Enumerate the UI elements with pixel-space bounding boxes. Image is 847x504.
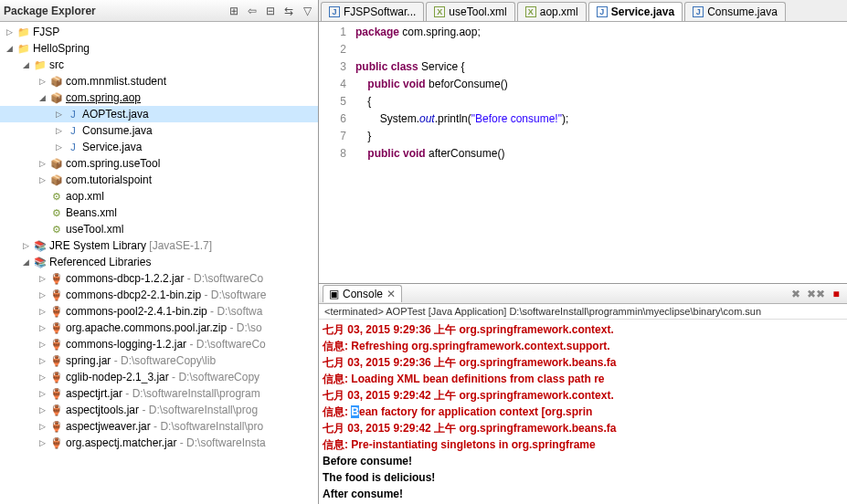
tree-item[interactable]: ▷🏺aspectjweaver.jar - D:\softwareInstall… (0, 418, 318, 435)
console-output[interactable]: 七月 03, 2015 9:29:36 上午 org.springframewo… (319, 320, 847, 504)
tree-item[interactable]: ▷🏺commons-dbcp2-2.1-bin.zip - D:\softwar… (0, 287, 318, 303)
tree-item[interactable]: ▷JAOPTest.java (0, 106, 318, 122)
code-line[interactable]: public void afterConsume() (355, 147, 847, 164)
java-icon: J (66, 107, 80, 121)
twisty-icon[interactable]: ▷ (37, 307, 48, 316)
tree-item[interactable]: ⚙useTool.xml (0, 221, 318, 237)
console-line: 七月 03, 2015 9:29:42 上午 org.springframewo… (323, 420, 843, 436)
code-line[interactable]: public class Service { (355, 60, 847, 78)
tree-item[interactable]: ▷🏺aspectjtools.jar - D:\softwareInstall\… (0, 402, 318, 418)
filetype-icon: J (693, 6, 704, 17)
tab-label: Service.java (611, 5, 674, 18)
jar-icon: 🏺 (49, 386, 64, 401)
twisty-icon[interactable]: ▷ (37, 405, 48, 415)
code-area[interactable]: package com.spring.aop;public class Serv… (355, 26, 847, 283)
twisty-icon[interactable]: ◢ (20, 257, 31, 267)
tree-item[interactable]: ◢📚Referenced Libraries (0, 254, 318, 270)
tree-label: aspectjtools.jar - D:\softwareInstall\pr… (66, 404, 258, 416)
view-menu-icon[interactable]: ▽ (300, 4, 314, 18)
twisty-icon[interactable]: ▷ (37, 274, 48, 283)
remove-all-icon[interactable]: ✖✖ (809, 287, 823, 301)
tree-item[interactable]: ◢📁HelloSpring (0, 40, 318, 57)
tree-item[interactable]: ⚙aop.xml (0, 188, 318, 205)
twisty-icon[interactable]: ▷ (53, 110, 64, 119)
twisty-icon[interactable]: ▷ (37, 77, 48, 86)
tree-item[interactable]: ▷🏺commons-logging-1.2.jar - D:\softwareC… (0, 336, 318, 352)
twisty-icon[interactable]: ▷ (37, 175, 48, 184)
tree-label: useTool.xml (66, 223, 123, 236)
twisty-icon[interactable]: ◢ (20, 60, 31, 69)
tab-label: FJSPSoftwar... (344, 5, 416, 18)
back-icon[interactable]: ⇦ (245, 4, 259, 18)
terminate-icon[interactable]: ■ (829, 287, 843, 301)
console-header: ▣ Console ✕ ✖ ✖✖ ■ (319, 284, 847, 304)
twisty-icon[interactable]: ◢ (4, 44, 15, 53)
line-gutter: 12345678 (319, 26, 355, 283)
editor-tab[interactable]: Xaop.xml (517, 2, 587, 21)
line-number: 8 (319, 147, 346, 164)
twisty-icon[interactable]: ▷ (37, 159, 48, 168)
link-editor-icon[interactable]: ⇆ (281, 4, 296, 18)
twisty-icon[interactable]: ▷ (37, 389, 48, 398)
package-explorer-tree[interactable]: ▷📁FJSP◢📁HelloSpring◢📁src▷📦com.mnmlist.st… (0, 22, 318, 504)
close-icon[interactable]: ✕ (386, 288, 396, 300)
tree-item[interactable]: ▷📦com.tutorialspoint (0, 172, 318, 188)
tree-item[interactable]: ▷🏺spring.jar - D:\softwareCopy\lib (0, 352, 318, 369)
tree-item[interactable]: ▷🏺org.aspectj.matcher.jar - D:\softwareI… (0, 435, 318, 451)
twisty-icon[interactable]: ▷ (53, 126, 64, 135)
code-line[interactable]: System.out.println("Before consume!"); (355, 112, 847, 130)
tree-item[interactable]: ▷📦com.spring.useTool (0, 155, 318, 172)
twisty-icon[interactable]: ▷ (4, 27, 15, 37)
code-editor[interactable]: 12345678 package com.spring.aop;public c… (319, 22, 847, 283)
tree-label: Beans.xml (66, 206, 117, 219)
tree-label: Referenced Libraries (49, 256, 151, 268)
twisty-icon[interactable]: ▷ (37, 422, 48, 431)
tree-item[interactable]: ◢📦com.spring.aop (0, 89, 318, 106)
twisty-icon[interactable]: ◢ (37, 93, 48, 102)
tree-item[interactable]: ▷📦com.mnmlist.student (0, 73, 318, 89)
code-line[interactable]: } (355, 130, 847, 147)
focus-icon[interactable]: ⊞ (227, 4, 241, 18)
tree-item[interactable]: ▷JService.java (0, 139, 318, 155)
line-number: 3 (319, 60, 346, 78)
twisty-icon[interactable]: ▷ (37, 356, 48, 365)
code-line[interactable]: package com.spring.aop; (355, 26, 847, 43)
tree-item[interactable]: ▷🏺cglib-nodep-2.1_3.jar - D:\softwareCop… (0, 369, 318, 385)
twisty-icon[interactable]: ▷ (53, 142, 64, 152)
tree-label: AOPTest.java (82, 108, 149, 121)
twisty-icon[interactable]: ▷ (37, 323, 48, 332)
tree-label: Consume.java (82, 124, 153, 137)
tree-item[interactable]: ▷🏺aspectjrt.jar - D:\softwareInstall\pro… (0, 385, 318, 402)
tree-item[interactable]: ▷🏺commons-pool2-2.4.1-bin.zip - D:\softw… (0, 303, 318, 320)
code-line[interactable]: public void beforConsume() (355, 78, 847, 95)
twisty-icon[interactable]: ▷ (37, 340, 48, 349)
jar-icon: 🏺 (49, 337, 64, 352)
code-line[interactable] (355, 43, 847, 60)
tree-item[interactable]: ▷📚JRE System Library [JavaSE-1.7] (0, 237, 318, 254)
filetype-icon: J (597, 6, 608, 17)
package-explorer-header: Package Explorer ⊞ ⇦ ⊟ ⇆ ▽ (0, 0, 318, 22)
editor-tab[interactable]: JFJSPSoftwar... (321, 2, 424, 21)
tree-item[interactable]: ⚙Beans.xml (0, 205, 318, 221)
twisty-icon[interactable]: ▷ (20, 241, 31, 250)
tree-item[interactable]: ▷🏺commons-dbcp-1.2.2.jar - D:\softwareCo (0, 270, 318, 287)
console-line: 七月 03, 2015 9:29:36 上午 org.springframewo… (323, 321, 843, 338)
jar-icon: 🏺 (49, 304, 64, 319)
collapse-all-icon[interactable]: ⊟ (263, 4, 278, 18)
tree-item[interactable]: ◢📁src (0, 57, 318, 73)
code-line[interactable]: { (355, 95, 847, 112)
editor-tab[interactable]: JService.java (588, 2, 683, 21)
console-tab[interactable]: ▣ Console ✕ (323, 285, 402, 302)
editor-tab[interactable]: XuseTool.xml (426, 2, 514, 21)
tree-label: org.aspectj.matcher.jar - D:\softwareIns… (66, 436, 266, 449)
remove-launch-icon[interactable]: ✖ (789, 287, 803, 301)
tree-label: HelloSpring (33, 42, 90, 55)
twisty-icon[interactable]: ▷ (37, 290, 48, 299)
editor-tab[interactable]: JConsume.java (684, 2, 786, 21)
tree-item[interactable]: ▷📁FJSP (0, 24, 318, 40)
tree-label: cglib-nodep-2.1_3.jar - D:\softwareCopy (66, 371, 259, 383)
tree-item[interactable]: ▷🏺org.apache.commons.pool.jar.zip - D:\s… (0, 320, 318, 336)
twisty-icon[interactable]: ▷ (37, 373, 48, 382)
twisty-icon[interactable]: ▷ (37, 438, 48, 447)
tree-item[interactable]: ▷JConsume.java (0, 122, 318, 139)
